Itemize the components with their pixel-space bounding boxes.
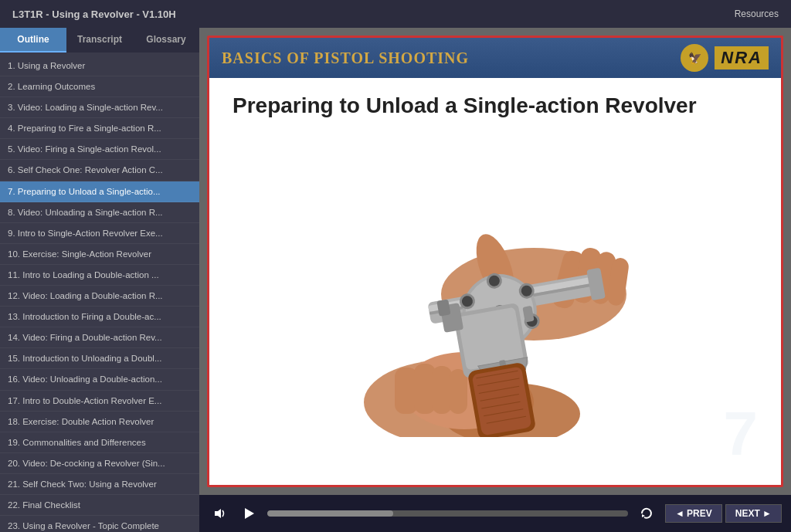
resources-button[interactable]: Resources bbox=[735, 8, 779, 19]
tab-outline[interactable]: Outline bbox=[0, 28, 66, 53]
sidebar-item-16[interactable]: 16. Video: Unloading a Double-action... bbox=[0, 369, 199, 390]
slide-image-area: 7 bbox=[209, 126, 781, 485]
sidebar-item-8[interactable]: 8. Video: Unloading a Single-action R... bbox=[0, 202, 199, 223]
progress-bar-fill bbox=[267, 510, 393, 517]
revolver-image bbox=[209, 126, 781, 485]
nra-logo-area: 🦅 NRA bbox=[681, 44, 769, 72]
sidebar-item-1[interactable]: 1. Using a Revolver bbox=[0, 56, 199, 76]
slide-header-title: Basics of Pistol Shooting bbox=[222, 49, 469, 67]
sidebar-item-6[interactable]: 6. Self Check One: Revolver Action C... bbox=[0, 160, 199, 181]
top-header: L3T1R - Using a Revolver - V1.10H Resour… bbox=[0, 0, 791, 28]
slide-body: Preparing to Unload a Single-action Revo… bbox=[209, 78, 781, 485]
sidebar-item-13[interactable]: 13. Introduction to Firing a Double-ac..… bbox=[0, 307, 199, 327]
sidebar-item-14[interactable]: 14. Video: Firing a Double-action Rev... bbox=[0, 327, 199, 348]
next-button[interactable]: NEXT ► bbox=[725, 504, 782, 523]
sidebar-item-11[interactable]: 11. Intro to Loading a Double-action ... bbox=[0, 265, 199, 286]
watermark: 7 bbox=[724, 398, 759, 469]
reload-button[interactable] bbox=[636, 503, 657, 524]
slide-header: Basics of Pistol Shooting 🦅 NRA bbox=[209, 38, 781, 78]
sidebar-tabs: Outline Transcript Glossary bbox=[0, 28, 199, 53]
svg-marker-50 bbox=[215, 509, 221, 518]
sidebar: Outline Transcript Glossary 1. Using a R… bbox=[0, 28, 199, 532]
svg-text:🦅: 🦅 bbox=[688, 52, 702, 65]
prev-button[interactable]: ◄ PREV bbox=[665, 504, 722, 523]
nav-buttons: ◄ PREV NEXT ► bbox=[665, 504, 782, 523]
sidebar-item-15[interactable]: 15. Introduction to Unloading a Doubl... bbox=[0, 348, 199, 369]
sidebar-item-19[interactable]: 19. Commonalities and Differences bbox=[0, 432, 199, 453]
nra-logo-text: NRA bbox=[715, 46, 769, 69]
sidebar-item-2[interactable]: 2. Learning Outcomes bbox=[0, 76, 199, 97]
progress-bar[interactable] bbox=[267, 510, 628, 517]
header-title: L3T1R - Using a Revolver - V1.10H bbox=[12, 8, 176, 20]
sidebar-list: 1. Using a Revolver2. Learning Outcomes3… bbox=[0, 53, 199, 532]
sidebar-item-18[interactable]: 18. Exercise: Double Action Revolver bbox=[0, 412, 199, 432]
sidebar-item-9[interactable]: 9. Intro to Single-Action Revolver Exe..… bbox=[0, 223, 199, 244]
tab-transcript[interactable]: Transcript bbox=[66, 28, 133, 53]
tab-glossary[interactable]: Glossary bbox=[133, 28, 199, 53]
sidebar-item-22[interactable]: 22. Final Checklist bbox=[0, 495, 199, 516]
main-area: Outline Transcript Glossary 1. Using a R… bbox=[0, 28, 791, 532]
svg-marker-51 bbox=[245, 508, 254, 519]
controls-bar: ◄ PREV NEXT ► bbox=[199, 495, 791, 532]
sidebar-item-20[interactable]: 20. Video: De-cocking a Revolver (Sin... bbox=[0, 453, 199, 474]
slide-frame: Basics of Pistol Shooting 🦅 NRA bbox=[207, 36, 783, 487]
nra-eagle-icon: 🦅 bbox=[681, 44, 708, 72]
sidebar-item-7[interactable]: 7. Preparing to Unload a Single-actio... bbox=[0, 181, 199, 202]
sidebar-item-17[interactable]: 17. Intro to Double-Action Revolver E... bbox=[0, 391, 199, 412]
sidebar-item-10[interactable]: 10. Exercise: Single-Action Revolver bbox=[0, 244, 199, 265]
slide-main-title: Preparing to Unload a Single-action Revo… bbox=[209, 78, 781, 126]
play-button[interactable] bbox=[238, 503, 260, 524]
sidebar-item-4[interactable]: 4. Preparing to Fire a Single-action R..… bbox=[0, 118, 199, 139]
content-area: Basics of Pistol Shooting 🦅 NRA bbox=[199, 28, 791, 532]
volume-button[interactable] bbox=[209, 503, 230, 524]
sidebar-item-23[interactable]: 23. Using a Revolver - Topic Complete bbox=[0, 516, 199, 532]
sidebar-item-21[interactable]: 21. Self Check Two: Using a Revolver bbox=[0, 474, 199, 495]
sidebar-item-12[interactable]: 12. Video: Loading a Double-action R... bbox=[0, 286, 199, 307]
sidebar-item-5[interactable]: 5. Video: Firing a Single-action Revol..… bbox=[0, 139, 199, 160]
svg-rect-8 bbox=[449, 369, 467, 414]
sidebar-item-3[interactable]: 3. Video: Loading a Single-action Rev... bbox=[0, 97, 199, 118]
slide-container: Basics of Pistol Shooting 🦅 NRA bbox=[199, 28, 791, 495]
